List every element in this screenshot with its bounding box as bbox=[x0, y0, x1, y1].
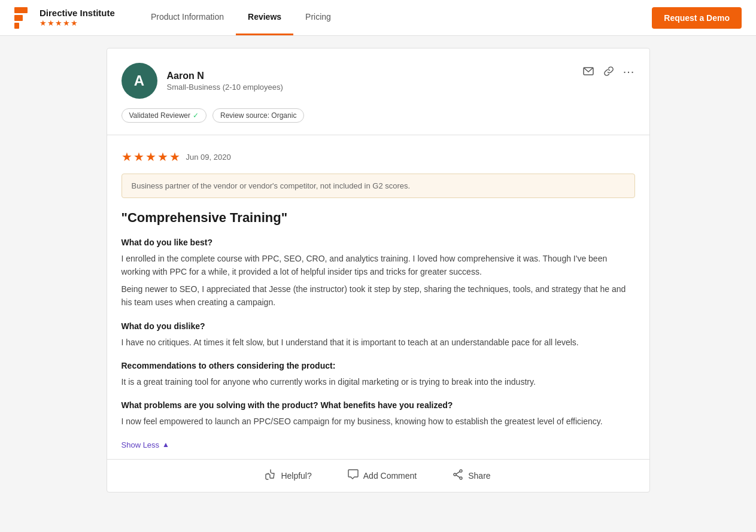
avatar: A bbox=[122, 63, 157, 99]
comment-icon bbox=[348, 469, 359, 482]
chevron-up-icon: ▲ bbox=[162, 440, 169, 449]
logo-title: Directive Institute bbox=[40, 8, 115, 19]
more-options-icon[interactable]: ··· bbox=[623, 65, 635, 77]
share-button[interactable]: Share bbox=[453, 469, 490, 482]
show-less-link[interactable]: Show Less ▲ bbox=[122, 440, 635, 449]
svg-point-3 bbox=[454, 473, 456, 476]
review-source-badge: Review source: Organic bbox=[212, 108, 304, 123]
section-like-best: What do you like best? I enrolled in the… bbox=[122, 238, 635, 309]
logo-stars: ★★★★★ bbox=[40, 19, 115, 28]
star-4: ★ bbox=[157, 150, 168, 164]
like-best-label: What do you like best? bbox=[122, 238, 635, 247]
add-comment-button[interactable]: Add Comment bbox=[348, 469, 417, 482]
problems-text: I now feel empowered to launch an PPC/SE… bbox=[122, 415, 635, 428]
reviewer-company: Small-Business (2-10 employees) bbox=[167, 83, 283, 92]
nav-links: Product Information Reviews Pricing bbox=[139, 0, 343, 35]
stars-date-row: ★ ★ ★ ★ ★ Jun 09, 2020 bbox=[122, 150, 635, 164]
nav-reviews[interactable]: Reviews bbox=[236, 0, 293, 35]
validated-reviewer-badge: Validated Reviewer ✓ bbox=[122, 108, 207, 123]
thumbs-up-icon bbox=[265, 469, 276, 482]
helpful-button[interactable]: Helpful? bbox=[265, 469, 311, 482]
checkmark-icon: ✓ bbox=[193, 111, 199, 120]
section-recommendations: Recommendations to others considering th… bbox=[122, 361, 635, 388]
badges-row: Validated Reviewer ✓ Review source: Orga… bbox=[107, 108, 649, 135]
reviewer-name: Aaron N bbox=[167, 71, 283, 81]
problems-label: What problems are you solving with the p… bbox=[122, 400, 635, 410]
review-date: Jun 09, 2020 bbox=[186, 153, 231, 162]
reviewer-header: A Aaron N Small-Business (2-10 employees… bbox=[107, 48, 649, 108]
request-demo-button[interactable]: Request a Demo bbox=[652, 7, 742, 29]
reviewer-left: A Aaron N Small-Business (2-10 employees… bbox=[122, 63, 283, 99]
reviewer-actions: ··· bbox=[582, 65, 635, 77]
section-dislike: What do you dislike? I have no critiques… bbox=[122, 321, 635, 349]
dislike-label: What do you dislike? bbox=[122, 321, 635, 331]
review-footer: Helpful? Add Comment bbox=[107, 459, 649, 492]
svg-line-4 bbox=[456, 472, 460, 474]
add-comment-label: Add Comment bbox=[363, 471, 417, 481]
svg-line-5 bbox=[456, 475, 460, 478]
logo-area: Directive Institute ★★★★★ bbox=[14, 5, 115, 31]
stars-row: ★ ★ ★ ★ ★ bbox=[122, 150, 180, 164]
star-2: ★ bbox=[133, 150, 144, 164]
nav-pricing[interactable]: Pricing bbox=[293, 0, 343, 35]
logo-icon bbox=[14, 5, 34, 31]
star-5: ★ bbox=[169, 150, 180, 164]
share-icon bbox=[453, 469, 463, 482]
link-icon[interactable] bbox=[603, 65, 615, 77]
recommendations-label: Recommendations to others considering th… bbox=[122, 361, 635, 370]
logo-text: Directive Institute ★★★★★ bbox=[40, 8, 115, 28]
star-1: ★ bbox=[122, 150, 132, 164]
review-body: ★ ★ ★ ★ ★ Jun 09, 2020 Business partner … bbox=[107, 135, 649, 459]
share-label: Share bbox=[468, 471, 490, 481]
recommendations-text: It is a great training tool for anyone w… bbox=[122, 375, 635, 388]
like-best-text-1: I enrolled in the complete course with P… bbox=[122, 252, 635, 279]
review-card: A Aaron N Small-Business (2-10 employees… bbox=[107, 48, 650, 493]
reviewer-info: Aaron N Small-Business (2-10 employees) bbox=[167, 71, 283, 92]
review-title: "Comprehensive Training" bbox=[122, 210, 635, 226]
dislike-text: I have no critiques. At times it felt sl… bbox=[122, 336, 635, 349]
email-icon[interactable] bbox=[582, 65, 594, 77]
nav-product-information[interactable]: Product Information bbox=[139, 0, 236, 35]
header: Directive Institute ★★★★★ Product Inform… bbox=[0, 0, 756, 36]
helpful-label: Helpful? bbox=[281, 471, 311, 481]
warning-box: Business partner of the vendor or vendor… bbox=[122, 174, 635, 198]
star-3: ★ bbox=[145, 150, 156, 164]
section-problems: What problems are you solving with the p… bbox=[122, 400, 635, 428]
main-content: A Aaron N Small-Business (2-10 employees… bbox=[97, 48, 660, 493]
like-best-text-2: Being newer to SEO, I appreciated that J… bbox=[122, 282, 635, 309]
svg-point-1 bbox=[460, 470, 462, 472]
svg-point-2 bbox=[460, 477, 462, 479]
